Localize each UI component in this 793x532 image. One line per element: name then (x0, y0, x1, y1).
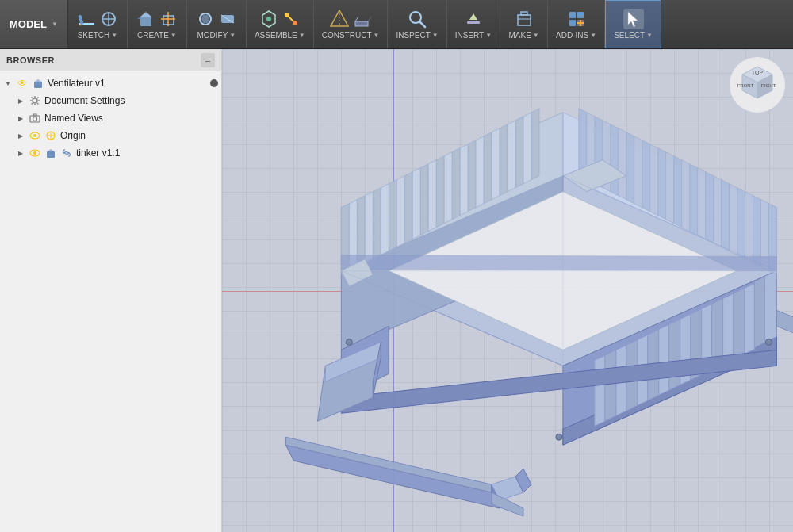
svg-marker-135 (523, 113, 531, 184)
construct-group[interactable]: CONSTRUCT ▼ (314, 0, 389, 48)
svg-marker-106 (634, 136, 642, 208)
svg-marker-104 (666, 152, 674, 224)
svg-marker-69 (723, 293, 734, 364)
browser-header: BROWSER – (0, 49, 221, 71)
svg-marker-101 (714, 176, 722, 247)
svg-marker-117 (436, 156, 444, 228)
make-label: MAKE ▼ (508, 31, 538, 40)
create-group[interactable]: CREATE ▼ (128, 0, 187, 48)
svg-rect-40 (34, 82, 42, 88)
svg-marker-127 (396, 176, 404, 247)
tree-label-named-views: Named Views (44, 113, 103, 124)
svg-marker-122 (515, 117, 523, 188)
svg-marker-125 (365, 192, 373, 263)
create-label: CREATE ▼ (137, 31, 177, 40)
svg-marker-39 (628, 12, 638, 27)
tree-item-tinker[interactable]: ▶ (13, 144, 221, 162)
tree-item-named-views[interactable]: ▶ Named Views (13, 109, 221, 127)
svg-marker-90 (690, 164, 698, 235)
tree-arrow-tinker[interactable]: ▶ (16, 150, 25, 157)
select-group[interactable]: SELECT ▼ (605, 0, 661, 48)
svg-marker-129 (428, 160, 436, 232)
svg-marker-77 (734, 289, 745, 360)
insert-label: INSERT ▼ (455, 31, 492, 40)
assemble-label: ASSEMBLE ▼ (255, 31, 305, 40)
svg-marker-137 (341, 255, 776, 271)
svg-marker-99 (745, 192, 753, 263)
svg-marker-80 (669, 319, 680, 390)
inspect-icon (407, 9, 427, 29)
modify-label: MODIFY ▼ (197, 31, 236, 40)
add-ins-group[interactable]: ADD-INS ▼ (548, 0, 605, 48)
svg-point-60 (33, 151, 36, 155)
svg-rect-30 (518, 15, 531, 25)
eye-icon-origin (29, 129, 41, 142)
browser-title: BROWSER (6, 55, 55, 65)
svg-marker-130 (444, 152, 452, 224)
svg-marker-126 (381, 184, 389, 255)
svg-marker-103 (682, 160, 690, 232)
tree-item-root[interactable]: ▼ 👁 Ventilateur v1 (0, 75, 221, 92)
svg-marker-131 (460, 144, 468, 216)
svg-text:RIGHT: RIGHT (761, 83, 776, 88)
construct-label: CONSTRUCT ▼ (322, 31, 380, 40)
insert-group[interactable]: INSERT ▼ (447, 0, 500, 48)
select-icons-row (623, 9, 644, 29)
inspect-label: INSPECT ▼ (396, 31, 438, 40)
modify-group[interactable]: MODIFY ▼ (187, 0, 247, 48)
svg-marker-128 (412, 168, 420, 239)
svg-marker-88 (722, 180, 730, 251)
browser-tree: ▼ 👁 Ventilateur v1 ▶ (0, 71, 221, 532)
tree-label-root: Ventilateur v1 (48, 78, 105, 89)
svg-marker-134 (508, 121, 515, 192)
model-dropdown-button[interactable]: MODEL ▼ (0, 0, 68, 48)
tree-arrow-named-views[interactable]: ▶ (16, 115, 25, 122)
eye-icon-tinker (29, 147, 41, 159)
svg-marker-72 (659, 324, 669, 395)
dot-indicator (210, 79, 218, 87)
make-group[interactable]: MAKE ▼ (500, 0, 548, 48)
viewport[interactable]: TOP RIGHT FRONT (222, 49, 793, 532)
svg-point-18 (285, 13, 289, 17)
main-area: BROWSER – ▼ 👁 Ventilateur v1 ▶ (0, 49, 793, 532)
svg-rect-31 (521, 12, 527, 15)
svg-point-55 (33, 134, 36, 137)
svg-marker-76 (754, 277, 764, 348)
svg-marker-105 (650, 144, 658, 216)
svg-rect-61 (47, 151, 55, 158)
svg-line-50 (32, 103, 33, 105)
tree-arrow-doc-settings[interactable]: ▶ (16, 98, 25, 105)
model-label: MODEL (10, 18, 47, 30)
svg-line-49 (37, 98, 39, 99)
sketch-icon (76, 9, 97, 29)
tree-item-origin[interactable]: ▶ Origin (13, 127, 221, 144)
add-ins-icon (566, 9, 587, 29)
main-toolbar: MODEL ▼ SKETCH ▼ (0, 0, 793, 49)
navigation-cube[interactable]: TOP RIGHT FRONT (730, 57, 785, 113)
svg-marker-102 (698, 168, 706, 239)
tree-arrow-origin[interactable]: ▶ (16, 132, 25, 140)
svg-point-157 (765, 339, 772, 345)
create-icon2 (158, 9, 178, 29)
svg-line-25 (368, 17, 371, 21)
sketch-icon2 (98, 9, 119, 29)
svg-marker-87 (737, 188, 745, 259)
construct-icon2 (351, 9, 372, 29)
inspect-group[interactable]: INSPECT ▼ (388, 0, 446, 48)
browser-collapse-button[interactable]: – (201, 53, 215, 67)
svg-marker-68 (745, 284, 755, 354)
sketch-group[interactable]: SKETCH ▼ (68, 0, 128, 48)
svg-marker-100 (730, 184, 737, 255)
model-chevron-icon: ▼ (52, 21, 58, 28)
select-icon (623, 9, 644, 29)
svg-rect-6 (140, 17, 151, 26)
svg-point-19 (293, 21, 297, 25)
svg-marker-113 (373, 188, 381, 259)
insert-icons-row (463, 9, 484, 29)
tree-arrow-root[interactable]: ▼ (3, 80, 13, 87)
assemble-group[interactable]: ASSEMBLE ▼ (247, 0, 314, 48)
sketch-icons-row (76, 9, 119, 29)
tree-item-doc-settings[interactable]: ▶ (13, 92, 221, 109)
link-icon-tinker (60, 147, 73, 159)
svg-marker-107 (619, 128, 626, 200)
